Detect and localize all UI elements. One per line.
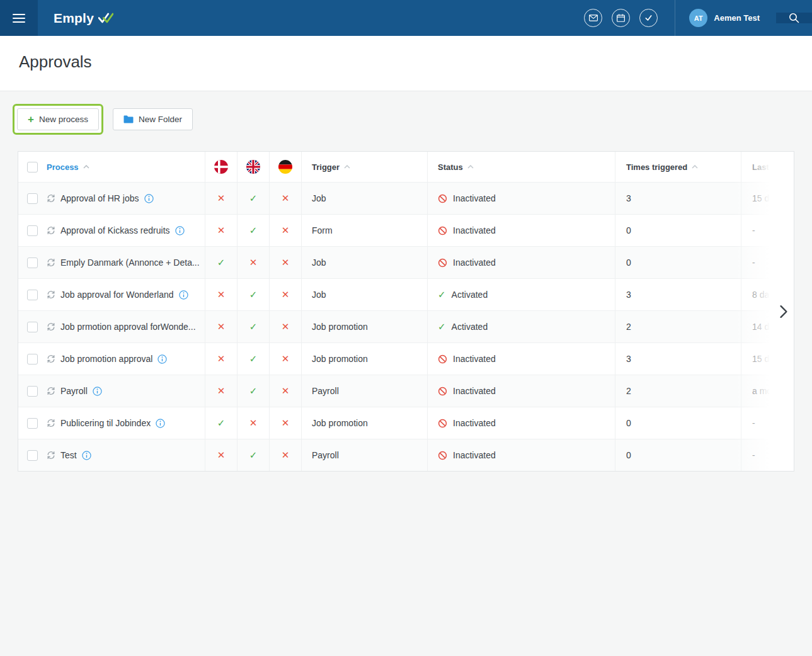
column-header-german-flag[interactable]: [269, 152, 301, 182]
calendar-icon[interactable]: [612, 9, 630, 27]
info-icon[interactable]: [179, 290, 188, 300]
menu-icon[interactable]: [0, 0, 38, 36]
process-name: Job approval for Wonderland: [60, 290, 174, 300]
trigger-value: Job: [301, 247, 427, 278]
row-checkbox[interactable]: [27, 386, 38, 397]
brand-logo[interactable]: Emply: [54, 0, 113, 36]
row-checkbox[interactable]: [27, 322, 38, 332]
german-availability: ✕: [269, 407, 301, 439]
info-icon[interactable]: [175, 226, 185, 235]
times-triggered-value: 2: [615, 375, 741, 407]
search-icon[interactable]: [776, 13, 812, 23]
avatar: AT: [689, 9, 707, 27]
status-cell: ✓ Activated: [427, 311, 615, 342]
table-row[interactable]: Job promotion approval ✕ ✓ ✕ Job promoti…: [18, 342, 794, 375]
process-name: Approval of HR jobs: [60, 193, 139, 203]
table-row[interactable]: Emply Danmark (Annonce + Deta... ✓ ✕ ✕ J…: [18, 246, 794, 278]
table-header-row: Process: [18, 152, 794, 182]
danish-flag-icon: [214, 160, 228, 174]
status-cell: ✓ Inactivated: [427, 407, 615, 439]
status-header-label: Status: [438, 162, 463, 172]
user-menu[interactable]: AT Aemen Test: [680, 9, 776, 27]
column-header-last-triggered[interactable]: Last triggered: [741, 152, 794, 182]
navbar-right: AT Aemen Test: [584, 0, 812, 36]
table-row[interactable]: Job approval for Wonderland ✕ ✓ ✕ Job: [18, 278, 794, 310]
scroll-right-button[interactable]: [777, 302, 791, 321]
table-row[interactable]: Publicering til Jobindex ✓ ✕ ✕ Job promo…: [18, 407, 794, 439]
table-row[interactable]: Approval of HR jobs ✕ ✓ ✕ Job: [18, 182, 794, 214]
column-header-trigger[interactable]: Trigger: [301, 152, 427, 182]
row-checkbox[interactable]: [27, 354, 38, 365]
column-header-status[interactable]: Status: [427, 152, 615, 182]
row-checkbox[interactable]: [27, 225, 38, 236]
sort-icon: [467, 165, 474, 169]
check-circle-icon[interactable]: [639, 9, 658, 27]
table-row[interactable]: Job prmotion approval forWonde... ✕ ✓ ✕ …: [18, 310, 794, 342]
trigger-header-label: Trigger: [312, 162, 340, 172]
danish-availability: ✕: [205, 375, 237, 407]
trigger-value: Payroll: [301, 375, 427, 407]
info-icon[interactable]: [82, 451, 91, 460]
new-folder-button[interactable]: New Folder: [113, 108, 193, 130]
chevron-right-icon: [779, 305, 788, 319]
table-row[interactable]: Test ✕ ✓ ✕ Payroll: [18, 439, 794, 471]
envelope-icon[interactable]: [584, 9, 602, 27]
toolbar: + New process New Folder: [13, 104, 812, 135]
inactivated-icon: [438, 419, 447, 428]
status-cell: ✓ Inactivated: [427, 183, 615, 214]
column-header-uk-flag[interactable]: [237, 152, 269, 182]
info-icon[interactable]: [156, 419, 165, 428]
sync-icon: [47, 354, 55, 363]
table-row[interactable]: Payroll ✕ ✓ ✕ Payroll: [18, 375, 794, 407]
info-icon[interactable]: [144, 194, 154, 203]
process-name: Test: [60, 450, 77, 460]
sync-icon: [47, 194, 55, 203]
new-process-button[interactable]: + New process: [17, 108, 99, 130]
row-checkbox-cell: [18, 439, 47, 471]
danish-availability: ✕: [205, 311, 237, 342]
times-triggered-value: 3: [615, 343, 741, 375]
status-label: Inactivated: [453, 193, 496, 203]
brand-check-icon: [98, 13, 113, 23]
row-checkbox[interactable]: [27, 450, 38, 461]
status-label: Activated: [452, 290, 488, 300]
english-availability: ✕: [237, 407, 269, 439]
column-header-danish-flag[interactable]: [205, 152, 237, 182]
inactivated-icon: [438, 387, 447, 396]
row-checkbox-cell: [18, 311, 47, 342]
sort-icon: [692, 165, 698, 169]
german-availability: ✕: [269, 183, 301, 214]
danish-availability: ✕: [205, 343, 237, 375]
sync-icon: [47, 419, 55, 427]
row-checkbox-cell: [18, 407, 47, 439]
table-row[interactable]: Approval of Kickass redruits ✕ ✓ ✕ Form: [18, 214, 794, 246]
status-cell: ✓ Inactivated: [427, 247, 615, 278]
english-availability: ✓: [237, 439, 269, 471]
select-all-checkbox[interactable]: [27, 162, 38, 172]
trigger-value: Payroll: [301, 439, 427, 471]
info-icon[interactable]: [93, 387, 102, 396]
process-cell: Payroll: [47, 375, 205, 407]
info-icon[interactable]: [157, 354, 167, 364]
status-cell: ✓ Inactivated: [427, 343, 615, 375]
row-checkbox[interactable]: [27, 257, 38, 268]
column-header-process[interactable]: Process: [47, 152, 205, 182]
last-triggered-value: 15 days ago: [741, 183, 794, 214]
inactivated-icon: [438, 258, 447, 268]
column-header-times-triggered[interactable]: Times triggered: [615, 152, 741, 182]
german-availability: ✕: [269, 311, 301, 342]
sort-icon: [344, 165, 350, 169]
status-label: Inactivated: [453, 225, 496, 235]
trigger-value: Job promotion: [301, 311, 427, 342]
row-checkbox[interactable]: [27, 290, 38, 300]
trigger-value: Form: [301, 215, 427, 246]
status-cell: ✓ Inactivated: [427, 375, 615, 407]
times-triggered-value: 0: [615, 407, 741, 439]
row-checkbox[interactable]: [27, 193, 38, 204]
row-checkbox[interactable]: [27, 418, 38, 429]
top-navbar: Emply AT: [0, 0, 812, 36]
process-name: Job prmotion approval forWonde...: [60, 322, 196, 332]
times-triggered-value: 0: [615, 439, 741, 471]
german-availability: ✕: [269, 343, 301, 375]
german-availability: ✕: [269, 279, 301, 310]
